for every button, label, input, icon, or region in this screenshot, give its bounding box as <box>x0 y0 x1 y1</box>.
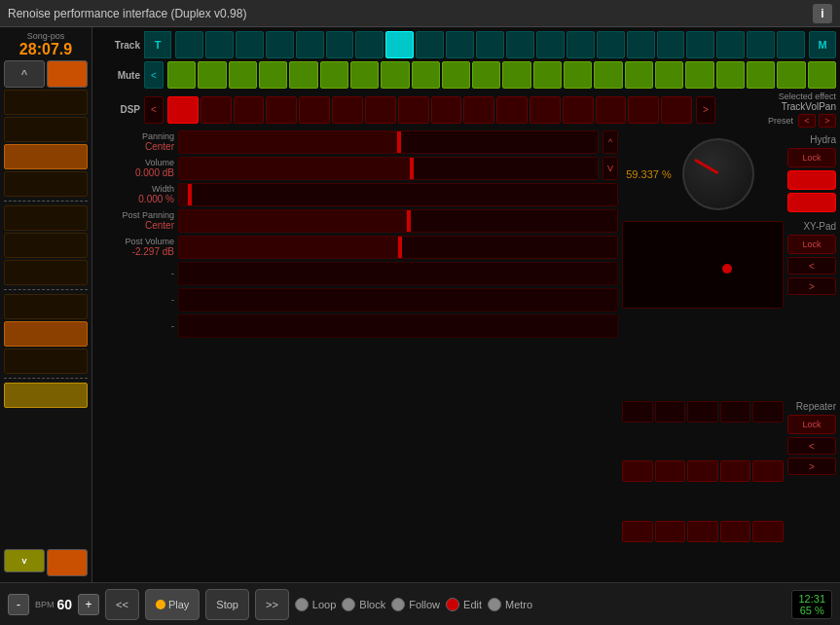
rep-cell-11[interactable] <box>622 521 653 542</box>
track-pad-11[interactable] <box>476 31 504 58</box>
xy-left-button[interactable]: < <box>787 257 836 275</box>
track-pad-10[interactable] <box>446 31 474 58</box>
track-pad-3[interactable] <box>236 31 264 58</box>
mute-pad-3[interactable] <box>229 61 257 89</box>
preset-left-button[interactable]: < <box>798 114 816 128</box>
metro-toggle[interactable]: Metro <box>488 598 532 611</box>
sidebar-orange-button[interactable] <box>47 60 88 88</box>
dsp-pad-6[interactable] <box>332 96 363 124</box>
edit-toggle[interactable]: Edit <box>446 598 482 611</box>
mute-pad-21[interactable] <box>777 61 805 89</box>
xy-pad-box[interactable] <box>622 221 784 309</box>
track-pad-20[interactable] <box>747 31 775 58</box>
rep-cell-2[interactable] <box>655 401 686 423</box>
mute-pad-15[interactable] <box>594 61 622 89</box>
mute-pad-9[interactable] <box>412 61 440 89</box>
rep-cell-6[interactable] <box>622 460 653 482</box>
track-pad-18[interactable] <box>686 31 714 58</box>
dsp-pad-10[interactable] <box>463 96 494 124</box>
mute-pad-22[interactable] <box>808 61 836 89</box>
track-pad-6[interactable] <box>326 31 354 58</box>
preset-right-button[interactable]: > <box>819 114 836 128</box>
slot-7[interactable] <box>4 260 88 285</box>
rep-cell-12[interactable] <box>655 521 686 542</box>
slot-1[interactable] <box>4 90 88 115</box>
mute-pad-11[interactable] <box>472 61 500 89</box>
slot-6[interactable] <box>4 233 88 258</box>
track-t-pad[interactable]: T <box>144 31 171 58</box>
track-pad-2[interactable] <box>205 31 234 58</box>
rep-cell-1[interactable] <box>622 401 653 423</box>
rep-cell-7[interactable] <box>655 460 686 482</box>
track-pad-9[interactable] <box>416 31 444 58</box>
mute-pad-19[interactable] <box>716 61 745 89</box>
mute-arrow[interactable]: < <box>144 61 164 89</box>
dsp-pad-16[interactable] <box>661 96 692 124</box>
caret-up-button[interactable]: ^ <box>4 60 45 88</box>
track-pad-19[interactable] <box>716 31 745 58</box>
repeater-right-button[interactable]: > <box>787 458 836 475</box>
track-pad-14[interactable] <box>566 31 595 58</box>
mute-pad-14[interactable] <box>564 61 592 89</box>
mute-pad-10[interactable] <box>442 61 470 89</box>
slider-empty-5[interactable] <box>178 262 618 285</box>
rep-cell-8[interactable] <box>687 460 718 482</box>
block-toggle[interactable]: Block <box>342 598 385 611</box>
dsp-right-arrow[interactable]: > <box>696 96 715 124</box>
dsp-pad-7[interactable] <box>365 96 396 124</box>
repeater-left-button[interactable]: < <box>787 437 836 455</box>
slot-8[interactable] <box>4 294 88 319</box>
play-button[interactable]: Play <box>145 589 200 620</box>
dsp-left-arrow[interactable]: < <box>144 96 164 124</box>
mute-pad-2[interactable] <box>198 61 226 89</box>
slider-track-volume[interactable] <box>178 157 599 180</box>
rep-cell-15[interactable] <box>752 521 784 542</box>
mute-pad-16[interactable] <box>625 61 653 89</box>
dsp-pad-3[interactable] <box>234 96 265 124</box>
mute-pad-17[interactable] <box>655 61 683 89</box>
track-pad-17[interactable] <box>657 31 685 58</box>
mute-pad-7[interactable] <box>350 61 379 89</box>
rep-cell-4[interactable] <box>720 401 751 423</box>
slot-3[interactable] <box>4 144 88 169</box>
follow-toggle[interactable]: Follow <box>391 598 440 611</box>
dsp-pad-13[interactable] <box>563 96 594 124</box>
dsp-pad-11[interactable] <box>496 96 528 124</box>
slot-2[interactable] <box>4 117 88 142</box>
bpm-minus-button[interactable]: - <box>8 594 29 615</box>
track-pad-8-active[interactable] <box>385 31 414 58</box>
dsp-pad-14[interactable] <box>596 96 627 124</box>
hydra-lock-button[interactable]: Lock <box>787 148 836 167</box>
repeater-lock-button[interactable]: Lock <box>787 415 836 434</box>
rep-cell-14[interactable] <box>720 521 751 542</box>
rep-cell-3[interactable] <box>687 401 718 423</box>
stop-button[interactable]: Stop <box>205 589 249 620</box>
rep-cell-13[interactable] <box>687 521 718 542</box>
loop-toggle[interactable]: Loop <box>295 598 336 611</box>
slot-yellow[interactable] <box>4 383 88 408</box>
track-pad-13[interactable] <box>536 31 565 58</box>
forward-button[interactable]: >> <box>255 589 289 620</box>
slot-9[interactable] <box>4 321 88 347</box>
mute-pad-6[interactable] <box>320 61 348 89</box>
nav-down-button[interactable]: v <box>4 549 45 572</box>
slider-arrow-panning[interactable]: ^ <box>603 130 618 154</box>
dsp-pad-8[interactable] <box>398 96 429 124</box>
mute-pad-8[interactable] <box>381 61 409 89</box>
slider-track-post-panning[interactable] <box>178 209 618 233</box>
slider-track-post-volume[interactable] <box>178 236 618 259</box>
hydra-red-button[interactable] <box>787 170 836 190</box>
mute-pad-13[interactable] <box>533 61 562 89</box>
track-pad-15[interactable] <box>597 31 625 58</box>
track-pad-5[interactable] <box>296 31 324 58</box>
rep-cell-10[interactable] <box>752 460 784 482</box>
slider-track-width[interactable] <box>178 183 618 206</box>
slider-track-panning[interactable] <box>178 130 599 154</box>
rep-cell-9[interactable] <box>720 460 751 482</box>
dsp-pad-2[interactable] <box>201 96 232 124</box>
dsp-pad-12[interactable] <box>530 96 561 124</box>
bpm-plus-button[interactable]: + <box>78 594 99 615</box>
knob-container[interactable] <box>679 135 757 213</box>
rewind-button[interactable]: << <box>105 589 139 620</box>
mute-pad-18[interactable] <box>685 61 713 89</box>
